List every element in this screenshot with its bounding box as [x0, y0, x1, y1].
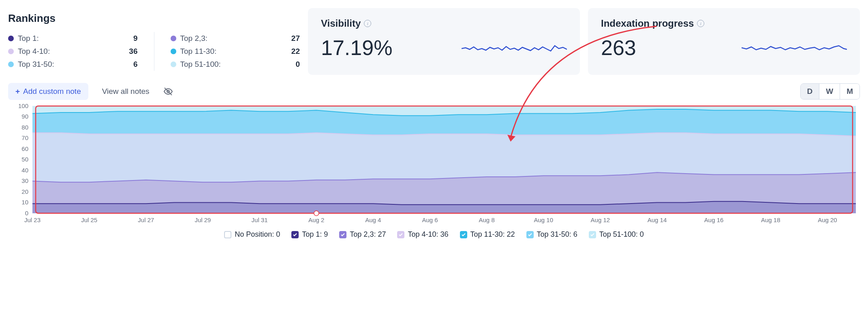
svg-text:Aug 2: Aug 2: [308, 216, 324, 223]
svg-text:Aug 4: Aug 4: [365, 216, 381, 223]
rank-label: Top 11-30:: [180, 47, 217, 56]
legend-label: Top 2,3: 27: [350, 230, 386, 239]
svg-text:50: 50: [21, 156, 28, 163]
svg-text:100: 100: [18, 104, 28, 109]
rank-item[interactable]: Top 1: 9: [8, 32, 138, 45]
legend-item[interactable]: Top 51-100: 0: [589, 230, 644, 239]
svg-text:20: 20: [21, 188, 28, 195]
info-icon[interactable]: i: [364, 20, 371, 27]
checkbox-checked-icon: [589, 231, 596, 238]
indexation-sparkline: [742, 40, 847, 56]
rank-item[interactable]: Top 11-30: 22: [171, 45, 300, 58]
legend-label: Top 31-50: 6: [537, 230, 577, 239]
svg-text:90: 90: [21, 113, 28, 120]
svg-text:Aug 18: Aug 18: [761, 216, 780, 223]
period-toggle: DWM: [800, 83, 860, 100]
view-all-notes-button[interactable]: View all notes: [95, 83, 157, 100]
legend-item[interactable]: Top 1: 9: [291, 230, 328, 239]
visibility-value: 17.19%: [321, 36, 392, 60]
svg-text:Jul 25: Jul 25: [81, 216, 97, 223]
indexation-value: 263: [601, 36, 636, 60]
rank-dot: [8, 36, 14, 41]
add-note-label: Add custom note: [23, 87, 81, 96]
eye-off-icon[interactable]: [163, 87, 173, 96]
visibility-card: Visibility i 17.19%: [308, 8, 580, 75]
legend-item[interactable]: No Position: 0: [224, 230, 280, 239]
period-button-w[interactable]: W: [819, 84, 840, 99]
rank-label: Top 1:: [18, 34, 39, 43]
svg-text:Jul 23: Jul 23: [24, 216, 41, 223]
view-notes-label: View all notes: [102, 87, 150, 96]
checkbox-empty-icon: [224, 231, 231, 238]
rank-value: 22: [291, 47, 300, 56]
rank-item[interactable]: Top 4-10: 36: [8, 45, 138, 58]
svg-text:Aug 20: Aug 20: [818, 216, 837, 223]
rankings-chart: 0102030405060708090100Jul 23Jul 25Jul 27…: [8, 104, 860, 225]
rank-item[interactable]: Top 51-100: 0: [171, 58, 300, 71]
legend-label: Top 4-10: 36: [408, 230, 448, 239]
rank-value: 9: [133, 34, 138, 43]
svg-text:Aug 6: Aug 6: [422, 216, 438, 223]
info-icon[interactable]: i: [697, 20, 704, 27]
svg-text:Jul 29: Jul 29: [195, 216, 211, 223]
rank-label: Top 2,3:: [180, 34, 208, 43]
visibility-sparkline: [462, 40, 567, 56]
chart-legend: No Position: 0Top 1: 9Top 2,3: 27Top 4-1…: [8, 230, 860, 239]
svg-text:70: 70: [21, 135, 28, 142]
svg-text:Aug 16: Aug 16: [704, 216, 724, 223]
period-button-d[interactable]: D: [801, 84, 820, 99]
legend-item[interactable]: Top 4-10: 36: [397, 230, 448, 239]
svg-text:Aug 10: Aug 10: [534, 216, 553, 223]
indexation-card: Indexation progress i 263: [588, 8, 860, 75]
checkbox-checked-icon: [339, 231, 346, 238]
svg-text:Jul 27: Jul 27: [138, 216, 154, 223]
rank-label: Top 51-100:: [180, 60, 221, 69]
rank-label: Top 4-10:: [18, 47, 50, 56]
legend-item[interactable]: Top 11-30: 22: [460, 230, 515, 239]
checkbox-checked-icon: [397, 231, 404, 238]
svg-text:40: 40: [21, 167, 28, 174]
svg-point-41: [314, 211, 319, 216]
rank-value: 27: [291, 34, 300, 43]
legend-label: No Position: 0: [235, 230, 280, 239]
svg-text:Aug 12: Aug 12: [591, 216, 610, 223]
indexation-title: Indexation progress: [601, 18, 694, 29]
svg-text:0: 0: [25, 210, 28, 216]
rank-value: 6: [133, 60, 138, 69]
rank-item[interactable]: Top 2,3: 27: [171, 32, 300, 45]
legend-label: Top 1: 9: [302, 230, 328, 239]
checkbox-checked-icon: [526, 231, 534, 238]
checkbox-checked-icon: [460, 231, 467, 238]
checkbox-checked-icon: [291, 231, 299, 238]
rank-dot: [171, 36, 176, 41]
rankings-panel: Rankings Top 1: 9 Top 4-10: 36 Top 31-50…: [8, 8, 300, 75]
plus-icon: +: [15, 87, 20, 96]
rank-item[interactable]: Top 31-50: 6: [8, 58, 138, 71]
legend-label: Top 11-30: 22: [470, 230, 515, 239]
svg-text:60: 60: [21, 145, 28, 152]
rank-dot: [171, 49, 176, 54]
visibility-title: Visibility: [321, 18, 361, 29]
svg-text:Jul 31: Jul 31: [252, 216, 268, 223]
svg-text:30: 30: [21, 178, 28, 185]
svg-text:Aug 8: Aug 8: [479, 216, 495, 223]
rankings-title: Rankings: [8, 12, 300, 25]
legend-label: Top 51-100: 0: [599, 230, 644, 239]
rankings-divider: [154, 32, 154, 71]
rank-value: 0: [295, 60, 300, 69]
svg-text:Aug 14: Aug 14: [648, 216, 667, 223]
legend-item[interactable]: Top 2,3: 27: [339, 230, 386, 239]
add-custom-note-button[interactable]: + Add custom note: [8, 83, 88, 100]
svg-text:80: 80: [21, 124, 28, 131]
period-button-m[interactable]: M: [840, 84, 859, 99]
legend-item[interactable]: Top 31-50: 6: [526, 230, 577, 239]
rank-label: Top 31-50:: [18, 60, 54, 69]
rank-dot: [171, 62, 176, 67]
rank-value: 36: [129, 47, 137, 56]
rank-dot: [8, 62, 14, 67]
rank-dot: [8, 49, 14, 54]
svg-text:10: 10: [21, 199, 28, 206]
